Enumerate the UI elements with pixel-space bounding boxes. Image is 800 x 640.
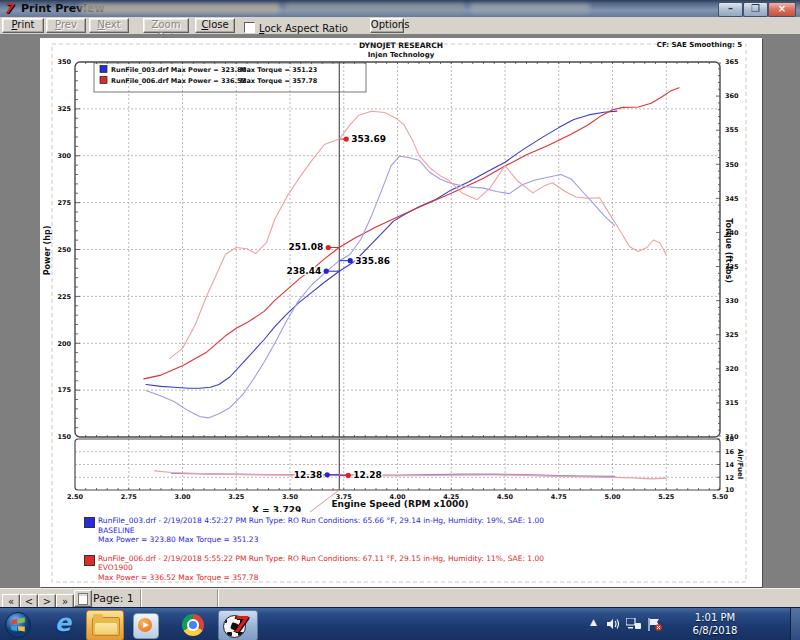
legend-entry-label: RunFile_003.drf Max Power = 323.80 (111, 66, 246, 74)
next-button: Next (89, 18, 129, 33)
svg-text:18: 18 (725, 435, 735, 443)
run-info-block: RunFile_003.drf - 2/19/2018 4:52:27 PM R… (84, 516, 744, 587)
taskbar-item-chrome[interactable] (176, 610, 212, 639)
volume-icon[interactable] (606, 618, 620, 630)
taskbar-item-explorer[interactable] (86, 610, 124, 640)
svg-text:250: 250 (57, 246, 71, 254)
power-axis-title: Power (hp) (43, 216, 52, 286)
cursor-value-label: 335.86 (355, 256, 390, 266)
legend-entry-label: RunFile_006.drf Max Power = 336.52 (111, 77, 246, 85)
tray-expand-icon[interactable]: ▲ (590, 617, 597, 627)
run-max-line: Max Power = 323.80 Max Torque = 351.23 (98, 535, 744, 545)
legend-entry-torque: Max Torque = 351.23 (240, 66, 317, 74)
report-brand: DYNOJET RESEARCH (301, 41, 501, 50)
run-name-line: EVO1900 (98, 563, 744, 573)
run-name-line: BASELINE (98, 526, 744, 536)
run-info-entry: RunFile_006.drf - 2/19/2018 5:55:22 PM R… (84, 554, 744, 583)
redacted-title-path (285, 4, 465, 13)
svg-text:330: 330 (725, 297, 739, 305)
run-color-swatch (84, 555, 95, 566)
svg-text:355: 355 (725, 126, 739, 134)
system-tray: ▲ 1:01 PM 6/8/2018 (550, 608, 800, 640)
svg-text:350: 350 (725, 161, 739, 169)
taskbar-item-media-player[interactable] (128, 610, 164, 639)
series-runfile-003-torque (146, 156, 615, 418)
svg-text:4.75: 4.75 (551, 493, 568, 501)
svg-text:5.25: 5.25 (658, 493, 675, 501)
report-subtitle: Injen Technology (301, 51, 501, 59)
svg-text:3.25: 3.25 (228, 493, 245, 501)
svg-text:14: 14 (725, 461, 735, 469)
toolbar: PrintPrevNextZoom OutCloseLock Aspect Ra… (0, 17, 800, 35)
cursor-value-dot (348, 258, 353, 263)
svg-text:12: 12 (725, 474, 734, 482)
options-button[interactable]: Options (370, 18, 404, 33)
svg-text:325: 325 (57, 105, 71, 113)
cursor-value-dot (326, 245, 331, 250)
tick-labels: 3503253002752502252001751503653603553503… (57, 58, 739, 501)
svg-text:3.00: 3.00 (174, 493, 191, 501)
print-button[interactable]: Print (2, 18, 44, 33)
svg-text:325: 325 (725, 331, 739, 339)
prev-button: Prev (46, 18, 86, 33)
taskbar-item-winpep[interactable]: 7 (218, 610, 258, 640)
svg-text:275: 275 (57, 199, 71, 207)
minimize-button[interactable]: – (718, 2, 743, 17)
start-button[interactable] (3, 610, 33, 639)
cursor-position-label: X = 3.729 (252, 505, 322, 512)
x-axis-title: Engine Speed (RPM x1000) (320, 499, 480, 509)
network-icon[interactable] (626, 618, 641, 630)
redacted-title-path (470, 4, 590, 13)
close-button[interactable]: Close (195, 18, 235, 33)
svg-text:365: 365 (725, 58, 739, 66)
airfuel-axis-title: Air/Fuel (736, 436, 744, 492)
app-icon: 7 (4, 2, 17, 15)
svg-text:315: 315 (725, 399, 739, 407)
print-preview-area: 3503253002752502252001751503653603553503… (0, 34, 800, 588)
gridlines (75, 62, 720, 490)
svg-text:345: 345 (725, 195, 739, 203)
redacted-title-path (80, 4, 280, 13)
run-info-entry: RunFile_003.drf - 2/19/2018 4:52:27 PM R… (84, 516, 744, 545)
torque-axis-title: Torque (ft-lbs) (724, 215, 733, 287)
cursor-value-dot (344, 137, 349, 142)
winpep7-icon: 7 (231, 611, 246, 639)
legend-swatch (100, 77, 107, 84)
close-window-button[interactable]: × (768, 2, 796, 17)
media-player-icon (133, 613, 159, 639)
svg-text:175: 175 (57, 386, 71, 394)
windows-orb-icon (4, 611, 32, 639)
document-icon (78, 593, 88, 605)
title-bar: 7 Print Preview – ❐ × (0, 0, 800, 18)
cursor-value-label: 12.38 (294, 470, 322, 480)
series-runfile-006-power (144, 88, 679, 379)
smoothing-info: CF: SAE Smoothing: 5 (657, 41, 742, 49)
page-thumbnail-button[interactable] (74, 590, 92, 607)
checkbox-box[interactable] (244, 22, 255, 33)
zoom-out-button: Zoom Out (143, 18, 189, 33)
run-color-swatch (84, 517, 95, 528)
chrome-icon (182, 614, 204, 636)
taskbar: e 7 ▲ (0, 607, 800, 640)
svg-text:5.00: 5.00 (604, 493, 621, 501)
legend-entry-torque: Max Torque = 357.78 (240, 77, 318, 85)
tray-time: 1:01 PM (680, 611, 750, 624)
svg-text:225: 225 (57, 293, 71, 301)
svg-text:16: 16 (725, 448, 735, 456)
svg-text:4.50: 4.50 (497, 493, 514, 501)
show-desktop-button[interactable] (790, 608, 800, 640)
report-page: 3503253002752502252001751503653603553503… (40, 38, 762, 587)
lock-aspect-ratio-label: ock Aspect Ratio (264, 23, 347, 34)
internet-explorer-icon: e (55, 609, 71, 637)
series-runfile-006-torque (170, 111, 667, 358)
clock[interactable]: 1:01 PM 6/8/2018 (680, 611, 750, 637)
legend-swatch (100, 66, 107, 73)
cursor-value-label: 12.28 (353, 470, 381, 480)
run-max-line: Max Power = 336.52 Max Torque = 357.78 (98, 573, 744, 583)
restore-button[interactable]: ❐ (743, 2, 768, 17)
chart-legend: RunFile_003.drf Max Power = 323.80Max To… (94, 63, 366, 92)
run-details-line: RunFile_003.drf - 2/19/2018 4:52:27 PM R… (98, 516, 744, 526)
svg-text:350: 350 (57, 58, 71, 66)
taskbar-item-internet-explorer[interactable]: e (46, 610, 80, 639)
action-center-flag-icon[interactable] (648, 618, 662, 631)
